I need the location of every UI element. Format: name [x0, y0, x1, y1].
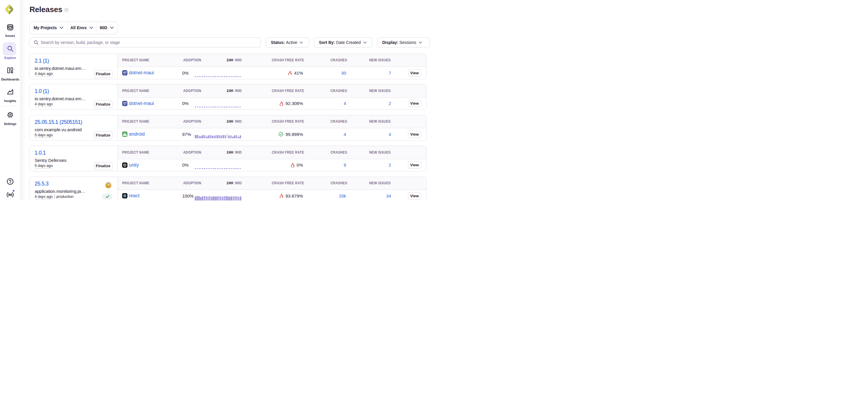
svg-text:MAUI: MAUI	[123, 73, 126, 75]
svg-text:.NET: .NET	[123, 102, 127, 104]
svg-text:.NET: .NET	[123, 71, 127, 73]
svg-text:MAUI: MAUI	[123, 104, 126, 105]
